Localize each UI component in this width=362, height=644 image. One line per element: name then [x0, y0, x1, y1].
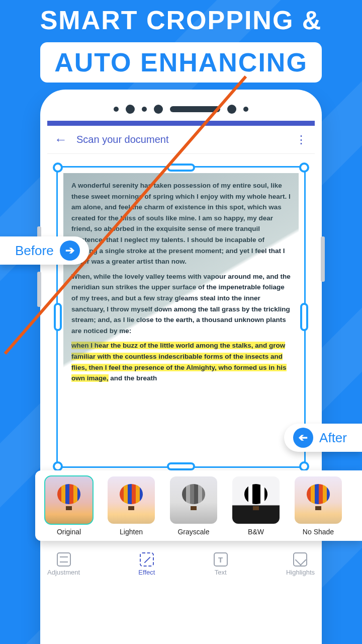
- crop-handle-bottom-right[interactable]: [299, 461, 309, 471]
- before-label-pill: Before ➔: [0, 236, 89, 265]
- effect-original[interactable]: Original: [42, 476, 96, 536]
- tab-text-label: Text: [214, 569, 228, 576]
- effect-label-grayscale: Grayscale: [167, 528, 220, 536]
- effect-noshade[interactable]: No Shade: [292, 476, 345, 536]
- back-arrow-icon[interactable]: ←: [54, 132, 67, 147]
- crop-handle-top-left[interactable]: [53, 163, 63, 173]
- crop-handle-top-right[interactable]: [299, 163, 309, 173]
- tab-text[interactable]: Text: [214, 552, 228, 576]
- effect-lighten[interactable]: Lighten: [105, 476, 158, 536]
- text-icon: [214, 552, 228, 567]
- arrow-left-icon: ➔: [293, 428, 313, 448]
- headline-line1: SMART CROPPING &: [0, 5, 362, 35]
- bottom-tool-tabs: Adjustment Effect Text Highlights: [47, 552, 315, 576]
- effect-thumb-noshade[interactable]: [295, 476, 342, 524]
- tab-highlights[interactable]: Highlights: [286, 552, 315, 576]
- after-label-pill: ➔ After: [284, 424, 362, 452]
- tab-effect-label: Effect: [138, 569, 155, 576]
- highlight-icon: [293, 552, 307, 567]
- effect-bw[interactable]: B&W: [229, 476, 283, 536]
- effect-label-bw: B&W: [229, 528, 283, 536]
- phone-volume-down: [37, 272, 41, 307]
- status-bar: [47, 121, 315, 126]
- more-menu-icon[interactable]: ⋮: [296, 133, 307, 146]
- effect-thumb-grayscale[interactable]: [170, 476, 217, 524]
- crop-handle-left[interactable]: [54, 303, 62, 331]
- effect-thumb-bw[interactable]: [232, 476, 280, 524]
- page-title: Scan your document: [76, 134, 168, 145]
- crop-handle-bottom[interactable]: [167, 462, 195, 470]
- arrow-right-icon: ➔: [60, 240, 80, 261]
- effect-label-noshade: No Shade: [292, 528, 345, 536]
- effect-icon: [140, 552, 154, 567]
- phone-sensor-strip: [40, 102, 322, 117]
- tab-adjustment[interactable]: Adjustment: [47, 552, 80, 576]
- crop-rectangle[interactable]: [56, 166, 306, 468]
- adjustment-icon: [57, 552, 71, 567]
- crop-handle-bottom-left[interactable]: [53, 461, 63, 471]
- tab-highlights-label: Highlights: [286, 569, 315, 576]
- effect-thumb-lighten[interactable]: [108, 476, 155, 524]
- before-label: Before: [15, 243, 54, 259]
- effect-thumb-original[interactable]: [45, 476, 93, 524]
- promo-headline: SMART CROPPING & AUTO ENHANCING: [0, 5, 362, 83]
- effect-grayscale[interactable]: Grayscale: [167, 476, 220, 536]
- tab-effect[interactable]: Effect: [138, 552, 155, 576]
- crop-area[interactable]: A wonderful serenity has taken possessio…: [56, 166, 306, 468]
- crop-handle-right[interactable]: [300, 303, 308, 331]
- effect-label-lighten: Lighten: [105, 528, 158, 536]
- headline-line2: AUTO ENHANCING: [40, 42, 322, 83]
- effect-filter-strip[interactable]: Original Lighten Grayscale B&W No Shade: [35, 470, 362, 541]
- effect-label-original: Original: [42, 528, 96, 536]
- after-label: After: [319, 430, 347, 446]
- phone-power-button: [321, 236, 325, 282]
- tab-adjustment-label: Adjustment: [47, 569, 80, 576]
